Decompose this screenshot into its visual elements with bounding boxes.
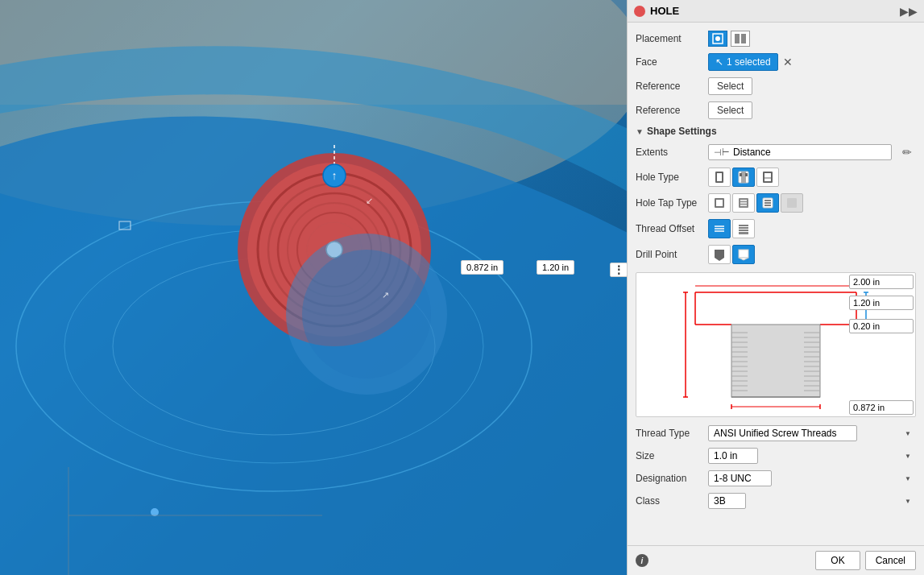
placement-icon-1[interactable] xyxy=(708,31,727,47)
dim3-input[interactable] xyxy=(849,319,914,333)
reference1-row: Reference Select xyxy=(628,74,924,98)
hole-type-icon-3[interactable] xyxy=(756,168,779,187)
designation-dropdown-wrapper: 1-8 UNC xyxy=(708,470,916,486)
svg-rect-60 xyxy=(739,250,748,258)
extents-row: Extents ⊣⊢ Distance ✏ xyxy=(628,140,924,164)
panel-footer: i OK Cancel xyxy=(628,545,924,575)
hole-type-label: Hole Type xyxy=(636,172,708,183)
svg-rect-41 xyxy=(716,200,723,206)
distance-icon: ⊣⊢ xyxy=(714,147,730,158)
svg-rect-38 xyxy=(764,173,771,181)
size-dropdown-wrapper: 1.0 in xyxy=(708,448,916,464)
hole-tap-type-label: Hole Tap Type xyxy=(636,197,708,209)
extents-value: Distance xyxy=(733,147,771,158)
thread-type-dropdown-wrapper: ANSI Unified Screw Threads xyxy=(708,425,916,441)
placement-svg-1 xyxy=(711,33,724,44)
class-dropdown-wrapper: 3B xyxy=(708,493,916,509)
svg-rect-50 xyxy=(787,198,797,208)
designation-label: Designation xyxy=(636,473,708,484)
section-triangle-icon: ▼ xyxy=(636,127,644,136)
designation-dropdown[interactable]: 1-8 UNC xyxy=(708,470,772,486)
class-label: Class xyxy=(636,495,708,507)
svg-text:↗: ↗ xyxy=(382,290,389,300)
tap-type-icon-3[interactable] xyxy=(756,193,779,213)
face-selected-button[interactable]: ↖ 1 selected xyxy=(708,53,778,71)
panel-title: HOLE xyxy=(634,5,679,17)
reference2-row: Reference Select xyxy=(628,98,924,122)
hole-type-icon-1[interactable] xyxy=(708,168,731,187)
dim-label-1: 0.872 in xyxy=(461,260,503,275)
tap-type-icon-2[interactable] xyxy=(732,193,755,213)
svg-text:↑: ↑ xyxy=(332,169,338,182)
svg-rect-35 xyxy=(740,173,742,176)
hole-type-controls xyxy=(708,168,916,187)
hole-type-icon-2[interactable] xyxy=(732,168,755,187)
thread-offset-label: Thread Offset xyxy=(636,223,708,234)
hole-tap-type-row: Hole Tap Type xyxy=(628,190,924,216)
reference2-controls: Select xyxy=(708,101,916,119)
drill-point-icon-2[interactable] xyxy=(732,245,755,264)
shape-settings-header: ▼ Shape Settings xyxy=(628,122,924,140)
thread-type-row: Thread Type ANSI Unified Screw Threads xyxy=(628,422,924,445)
panel-expand-icon[interactable]: ▶▶ xyxy=(900,5,918,18)
hole-tap-type-controls xyxy=(708,193,916,213)
thread-offset-row: Thread Offset xyxy=(628,216,924,242)
reference1-controls: Select xyxy=(708,77,916,95)
extents-input: ⊣⊢ Distance xyxy=(708,144,892,160)
tap-type-icon-4[interactable] xyxy=(781,193,803,213)
svg-marker-61 xyxy=(739,258,748,260)
class-dropdown[interactable]: 3B xyxy=(708,493,746,509)
svg-point-28 xyxy=(715,36,720,41)
thread-offset-icon-2[interactable] xyxy=(732,219,755,238)
tap-type-icon-1[interactable] xyxy=(708,193,731,213)
face-clear-button[interactable]: ✕ xyxy=(781,56,794,68)
thread-offset-icon-1[interactable] xyxy=(708,219,731,238)
dim4-input[interactable] xyxy=(849,400,914,415)
hole-panel: HOLE ▶▶ Placement xyxy=(627,0,924,575)
drill-point-controls xyxy=(708,245,916,264)
hole-type-row: Hole Type xyxy=(628,164,924,190)
svg-rect-36 xyxy=(745,173,748,176)
thread-offset-controls xyxy=(708,219,916,238)
extents-edit-button[interactable]: ✏ xyxy=(898,143,916,161)
thread-type-dropdown[interactable]: ANSI Unified Screw Threads xyxy=(708,425,857,441)
footer-buttons: OK Cancel xyxy=(815,551,916,570)
svg-rect-29 xyxy=(735,34,740,43)
drill-point-icon-1[interactable] xyxy=(708,245,731,264)
ok-button[interactable]: OK xyxy=(815,551,860,570)
size-row: Size 1.0 in xyxy=(628,445,924,467)
face-selected-text: 1 selected xyxy=(727,56,771,68)
dim-options-button[interactable]: ⋮ xyxy=(610,263,627,277)
3d-viewport[interactable]: ↑ ↙ ↗ 0.872 in 1.20 in ⋮ xyxy=(0,0,627,575)
dim2-input[interactable] xyxy=(849,296,914,310)
svg-rect-57 xyxy=(739,232,748,234)
dim1-input[interactable] xyxy=(849,275,914,289)
face-controls: ↖ 1 selected ✕ xyxy=(708,53,916,71)
drill-point-label: Drill Point xyxy=(636,249,708,260)
svg-rect-58 xyxy=(715,250,724,258)
svg-point-15 xyxy=(302,250,431,379)
extents-label: Extents xyxy=(636,147,708,158)
reference2-select-button[interactable]: Select xyxy=(708,101,752,119)
panel-title-text: HOLE xyxy=(650,5,679,17)
placement-icon-2[interactable] xyxy=(731,31,750,47)
cursor-icon: ↖ xyxy=(715,56,723,68)
info-icon[interactable]: i xyxy=(636,554,648,567)
class-row: Class 3B xyxy=(628,490,924,512)
svg-text:↙: ↙ xyxy=(366,196,373,205)
viewport-svg: ↑ ↙ ↗ xyxy=(0,0,627,575)
dim-label-2: 1.20 in xyxy=(537,260,574,275)
panel-content: Placement Face xyxy=(628,23,924,545)
placement-row: Placement xyxy=(628,27,924,50)
panel-header: HOLE ▶▶ xyxy=(628,0,924,23)
reference1-select-button[interactable]: Select xyxy=(708,77,752,95)
placement-label: Placement xyxy=(636,33,708,44)
thread-type-label: Thread Type xyxy=(636,428,708,439)
cancel-button[interactable]: Cancel xyxy=(865,551,916,570)
placement-controls xyxy=(708,31,916,47)
svg-marker-59 xyxy=(715,258,724,261)
hole-diagram xyxy=(636,272,916,417)
reference1-label: Reference xyxy=(636,81,708,92)
svg-rect-32 xyxy=(717,173,722,181)
size-dropdown[interactable]: 1.0 in xyxy=(708,448,758,464)
